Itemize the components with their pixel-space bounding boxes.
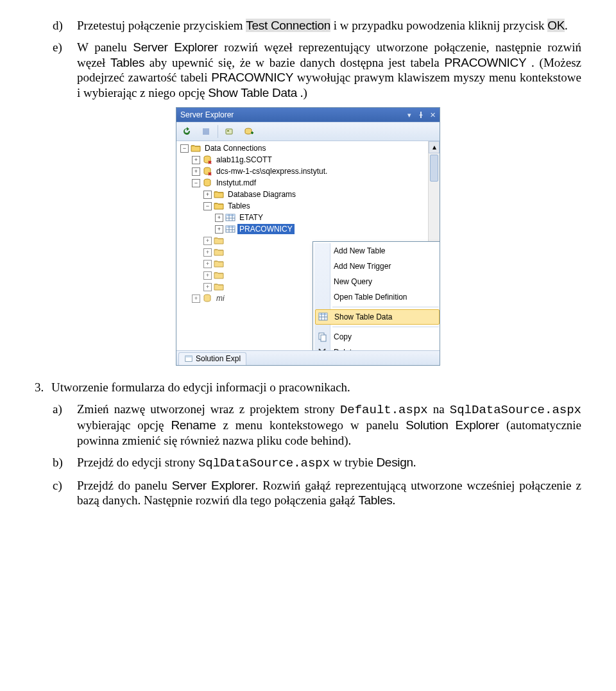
table-icon bbox=[225, 212, 235, 223]
collapse-icon[interactable]: − bbox=[203, 202, 212, 210]
table-icon bbox=[225, 224, 235, 234]
toolbar-separator bbox=[218, 125, 218, 138]
menu-item[interactable]: Add New Table bbox=[314, 243, 440, 259]
tree-view[interactable]: ▴ ▾ −Data Connections+alab11g.SCOTT+dcs-… bbox=[176, 141, 440, 350]
list-item-e: W panelu Server Explorer rozwiń węzeł re… bbox=[35, 40, 581, 101]
folder-icon bbox=[214, 189, 224, 200]
tab-solution-explorer[interactable]: Solution Expl bbox=[178, 352, 246, 365]
ui-term-server-explorer: Server Explorer bbox=[172, 479, 255, 492]
svg-rect-15 bbox=[321, 335, 326, 341]
expand-icon[interactable]: + bbox=[203, 283, 212, 291]
folder-icon bbox=[214, 247, 224, 257]
tree-node[interactable]: −Instytut.mdf bbox=[176, 177, 440, 189]
panel-titlebar[interactable]: Server Explorer ▾ ✕ bbox=[176, 108, 440, 122]
code: SqlDataSource.aspx bbox=[450, 403, 581, 417]
menu-item[interactable]: Copy bbox=[314, 329, 440, 345]
text: . bbox=[565, 19, 568, 32]
tree-node[interactable]: +dcs-mw-1-cs\sqlexpress.instytut. bbox=[176, 166, 440, 177]
menu-item[interactable]: Delete bbox=[314, 345, 440, 350]
code: SqlDataSource.aspx bbox=[198, 456, 330, 470]
db-err-icon bbox=[202, 166, 212, 176]
menu-item-label: Open Table Definition bbox=[334, 293, 407, 302]
text: i w przypadku powodzenia kliknij przycis… bbox=[334, 19, 547, 32]
stop-button[interactable] bbox=[198, 124, 214, 139]
expand-icon[interactable]: + bbox=[203, 237, 212, 245]
ui-term-pracownicy: PRACOWNICY bbox=[211, 71, 293, 84]
expand-icon[interactable]: + bbox=[215, 225, 223, 234]
panel-title: Server Explorer bbox=[180, 108, 234, 122]
collapse-icon[interactable]: − bbox=[192, 179, 200, 187]
folder-icon bbox=[214, 235, 224, 246]
menu-separator bbox=[332, 327, 439, 327]
svg-rect-0 bbox=[203, 128, 209, 135]
expand-icon[interactable]: + bbox=[203, 271, 212, 280]
tree-node[interactable]: −Data Connections bbox=[176, 142, 440, 154]
dropdown-icon[interactable]: ▾ bbox=[405, 110, 414, 119]
tree-node-label: ETATY bbox=[237, 212, 265, 223]
expand-icon[interactable]: + bbox=[203, 248, 212, 257]
text: Utworzenie formularza do edycji informac… bbox=[51, 380, 350, 394]
text: wybierając opcję bbox=[77, 418, 171, 432]
menu-item[interactable]: New Query bbox=[314, 274, 440, 289]
menu-item-label: Add New Table bbox=[334, 246, 386, 255]
refresh-button[interactable] bbox=[179, 124, 194, 139]
add-connection-button[interactable] bbox=[241, 124, 257, 139]
expand-icon[interactable]: + bbox=[203, 191, 212, 199]
tree-node[interactable]: +Database Diagrams bbox=[176, 189, 440, 200]
close-icon[interactable]: ✕ bbox=[428, 110, 437, 119]
tree-node[interactable]: −Tables bbox=[176, 200, 440, 212]
menu-item[interactable]: Open Table Definition bbox=[314, 289, 440, 305]
tree-node[interactable]: +alab11g.SCOTT bbox=[176, 154, 440, 166]
list-item-a: Zmień nazwę utworzonej wraz z projektem … bbox=[35, 402, 581, 448]
tree-node-label: Data Connections bbox=[203, 143, 268, 153]
folder-icon bbox=[214, 201, 224, 211]
blank-icon bbox=[316, 260, 328, 272]
tree-node-label: Database Diagrams bbox=[226, 189, 298, 200]
tree-node-label: alab11g.SCOTT bbox=[214, 155, 274, 165]
text: Przejdź do edycji strony bbox=[77, 456, 198, 469]
code: Default.aspx bbox=[340, 403, 428, 417]
text: .) bbox=[300, 86, 307, 99]
menu-item-label: Add New Trigger bbox=[334, 262, 391, 271]
ui-term-test-connection: Test Connection bbox=[246, 19, 330, 32]
menu-item[interactable]: Add New Trigger bbox=[314, 259, 440, 274]
folder-icon bbox=[191, 143, 201, 153]
expand-icon[interactable]: + bbox=[215, 214, 223, 222]
expand-icon[interactable]: + bbox=[192, 294, 200, 303]
text: Zmień nazwę utworzonej wraz z projektem … bbox=[77, 402, 340, 416]
menu-item-label: Show Table Data bbox=[334, 312, 393, 321]
svg-rect-10 bbox=[226, 226, 235, 228]
tree-node-label bbox=[226, 286, 230, 287]
expand-icon[interactable]: + bbox=[192, 156, 200, 164]
menu-item-label: Delete bbox=[334, 348, 356, 350]
tab-label: Solution Expl bbox=[196, 354, 241, 363]
folder-icon bbox=[214, 270, 224, 280]
menu-item-label: New Query bbox=[334, 277, 372, 286]
list-item-b: Przejdź do edycji strony SqlDataSource.a… bbox=[35, 455, 581, 472]
text: na bbox=[433, 402, 450, 416]
pin-icon[interactable] bbox=[416, 110, 425, 119]
tree-node[interactable]: +PRACOWNICY bbox=[176, 223, 440, 235]
ui-term-show-table-data: Show Table Data bbox=[208, 86, 297, 99]
list-item-c: Przejdź do panelu Server Explorer. Rozwi… bbox=[35, 478, 581, 509]
menu-item[interactable]: Show Table Data bbox=[315, 309, 440, 325]
menu-item-label: Copy bbox=[334, 332, 352, 341]
ui-term-pracownicy: PRACOWNICY bbox=[444, 56, 526, 69]
ui-term-design: Design bbox=[376, 456, 413, 469]
collapse-icon[interactable]: − bbox=[180, 144, 189, 153]
connect-server-button[interactable] bbox=[222, 124, 237, 139]
scroll-up-icon[interactable]: ▴ bbox=[429, 141, 440, 153]
tree-node-label: mi bbox=[214, 293, 227, 303]
table-data-icon bbox=[318, 311, 329, 323]
text: w trybie bbox=[333, 456, 377, 469]
tree-node[interactable]: +ETATY bbox=[176, 212, 440, 223]
tree-node-label: PRACOWNICY bbox=[237, 224, 295, 234]
scroll-thumb[interactable] bbox=[430, 155, 438, 182]
solution-icon bbox=[184, 354, 193, 363]
text: aby upewnić się, że w bazie danych dostę… bbox=[150, 56, 445, 69]
tree-node-label bbox=[226, 275, 230, 276]
panel-toolbar bbox=[176, 122, 440, 141]
expand-icon[interactable]: + bbox=[192, 167, 200, 176]
expand-icon[interactable]: + bbox=[203, 260, 212, 268]
section-3-heading: Utworzenie formularza do edycji informac… bbox=[35, 380, 581, 395]
